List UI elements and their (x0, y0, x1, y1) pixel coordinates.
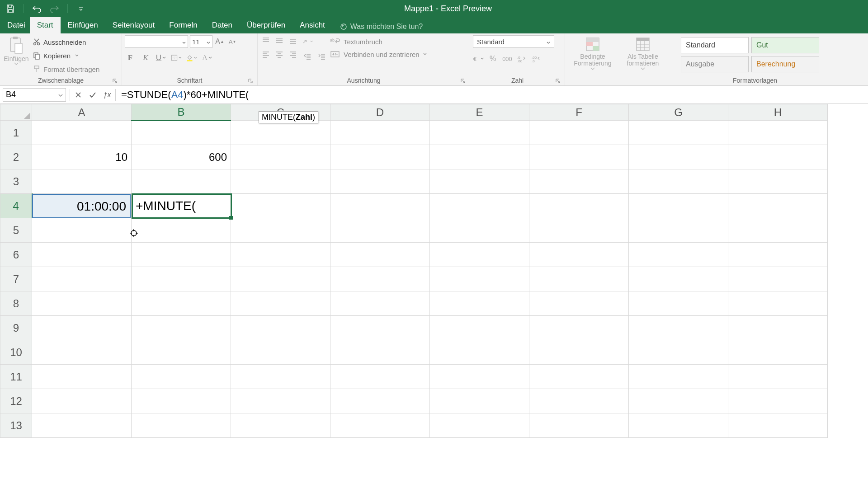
number-format-combo[interactable]: Standard (473, 35, 554, 48)
group-styles-buttons: Bedingte Formatierung Als Tabelle format… (565, 33, 678, 85)
qat-customize[interactable] (75, 3, 87, 14)
col-header-E[interactable]: E (430, 104, 529, 121)
row-header-6[interactable]: 6 (0, 243, 32, 267)
function-tooltip: MINUTE(Zahl) (259, 111, 318, 123)
col-header-F[interactable]: F (529, 104, 629, 121)
increase-indent[interactable] (316, 52, 327, 62)
undo-button[interactable] (31, 3, 43, 14)
row-header-8[interactable]: 8 (0, 291, 32, 316)
decrease-font-button[interactable]: A▼ (227, 36, 238, 47)
document-title: Mappe1 - Excel Preview (87, 4, 863, 14)
orientation-button[interactable] (302, 36, 313, 47)
tab-formulas[interactable]: Formeln (162, 17, 204, 33)
tab-review[interactable]: Überprüfen (240, 17, 292, 33)
align-bottom[interactable] (288, 35, 298, 46)
insert-function-button[interactable]: ƒx (100, 88, 114, 102)
increase-font-button[interactable]: A▲ (214, 36, 225, 47)
svg-point-4 (34, 43, 36, 45)
decrease-indent[interactable] (302, 52, 313, 62)
font-launcher[interactable] (247, 78, 254, 84)
svg-point-5 (38, 43, 40, 45)
tab-data[interactable]: Daten (205, 17, 240, 33)
conditional-formatting-button[interactable]: Bedingte Formatierung (568, 35, 618, 71)
font-color-button[interactable]: A (202, 52, 212, 63)
svg-rect-10 (187, 60, 193, 61)
qat (5, 3, 87, 14)
tab-file[interactable]: Datei (3, 17, 30, 33)
save-button[interactable] (5, 3, 16, 14)
number-launcher[interactable] (555, 78, 561, 84)
tab-view[interactable]: Ansicht (292, 17, 332, 33)
tell-me-search[interactable]: Was möchten Sie tun? (340, 23, 423, 33)
svg-text:,00: ,00 (517, 59, 523, 62)
row-header-1[interactable]: 1 (0, 121, 32, 145)
align-center[interactable] (274, 49, 285, 60)
cell-A4[interactable] (32, 194, 132, 218)
row-header-12[interactable]: 12 (0, 389, 32, 413)
style-ausgabe[interactable]: Ausgabe (681, 56, 749, 72)
tab-pagelayout[interactable]: Seitenlayout (105, 17, 162, 33)
merge-center-button[interactable]: Verbinden und zentrieren (330, 50, 427, 59)
svg-text:€: € (473, 56, 476, 62)
col-header-H[interactable]: H (728, 104, 828, 121)
col-header-B[interactable]: B (132, 104, 231, 121)
font-size-combo[interactable]: 11 (190, 35, 212, 48)
align-middle[interactable] (274, 35, 285, 46)
col-header-D[interactable]: D (330, 104, 430, 121)
thousands-format[interactable]: 000 (502, 53, 513, 64)
col-header-A[interactable]: A (32, 104, 132, 121)
cell-B2[interactable]: 600 (132, 145, 231, 169)
svg-rect-21 (593, 46, 599, 51)
row-header-9[interactable]: 9 (0, 316, 32, 340)
row-header-2[interactable]: 2 (0, 145, 32, 169)
align-right[interactable] (288, 49, 298, 60)
copy-button[interactable]: Kopieren (33, 50, 99, 61)
tab-insert[interactable]: Einfügen (61, 17, 105, 33)
cell-A2[interactable]: 10 (32, 145, 132, 169)
format-as-table-button[interactable]: Als Tabelle formatieren (620, 35, 665, 71)
row-header-11[interactable]: 11 (0, 365, 32, 389)
bold-button[interactable]: F (125, 52, 136, 63)
svg-rect-9 (172, 55, 177, 61)
percent-format[interactable]: % (487, 53, 498, 64)
fill-handle[interactable] (229, 216, 233, 220)
format-painter-button[interactable]: Format übertragen (33, 63, 99, 75)
row-header-10[interactable]: 10 (0, 340, 32, 365)
underline-button[interactable]: U (156, 52, 166, 63)
formula-cancel-button[interactable] (71, 88, 85, 102)
row-header-7[interactable]: 7 (0, 267, 32, 291)
row-header-3[interactable]: 3 (0, 169, 32, 194)
tab-start[interactable]: Start (30, 17, 61, 33)
redo-button[interactable] (48, 3, 60, 14)
fill-color-button[interactable] (186, 52, 197, 63)
italic-button[interactable]: K (140, 52, 151, 63)
accounting-format[interactable]: € (473, 53, 484, 64)
decrease-decimal[interactable]: ,00,0 (531, 53, 542, 64)
formula-enter-button[interactable] (85, 88, 100, 102)
increase-decimal[interactable]: ,0,00 (516, 53, 527, 64)
style-standard[interactable]: Standard (681, 37, 749, 53)
group-font: 11 A▲ A▼ F K U A Schriftart (122, 33, 258, 85)
wrap-text-button[interactable]: ab Textumbruch (330, 37, 427, 46)
align-left[interactable] (260, 49, 271, 60)
align-top[interactable] (260, 35, 271, 46)
font-family-combo[interactable] (125, 35, 188, 48)
spreadsheet-grid[interactable]: A B C D E F G H 1 210600 3 4 5 6 7 8 9 1… (0, 104, 868, 438)
row-header-13[interactable]: 13 (0, 413, 32, 438)
row-header-5[interactable]: 5 (0, 218, 32, 243)
alignment-launcher[interactable] (460, 78, 466, 84)
clipboard-launcher[interactable] (112, 78, 118, 84)
active-cell-B4[interactable]: +MINUTE( (132, 193, 232, 219)
select-all-corner[interactable] (0, 104, 32, 121)
svg-text:,0: ,0 (532, 59, 535, 62)
style-gut[interactable]: Gut (751, 37, 819, 53)
cut-button[interactable]: Ausschneiden (33, 36, 99, 48)
row-header-4[interactable]: 4 (0, 194, 32, 218)
formula-input[interactable]: =STUNDE(A4)*60+MINUTE( (117, 89, 868, 101)
col-header-G[interactable]: G (629, 104, 728, 121)
group-clipboard: Einfügen Ausschneiden Kopieren Format üb… (0, 33, 122, 85)
borders-button[interactable] (171, 52, 182, 63)
style-berechnung[interactable]: Berechnung (751, 56, 819, 72)
name-box[interactable]: B4 (3, 88, 66, 102)
paste-button[interactable]: Einfügen (3, 35, 30, 66)
